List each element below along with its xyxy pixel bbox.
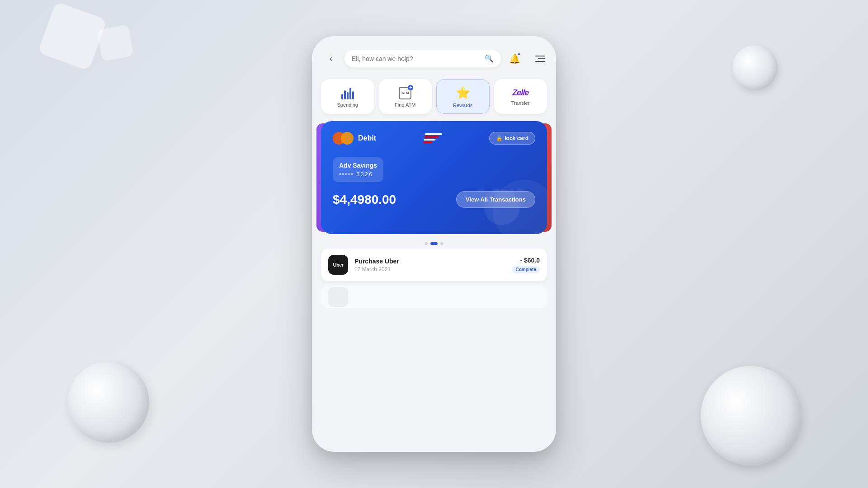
phone-frame: ‹ 🔍 🔔: [312, 36, 556, 452]
bg-decoration-1: [38, 1, 107, 71]
back-button[interactable]: ‹: [323, 51, 339, 67]
card-balance: $4,4980.00: [333, 192, 396, 207]
uber-logo-text: Uber: [333, 262, 343, 267]
lock-card-button[interactable]: 🔒 lock card: [489, 132, 535, 145]
menu-button[interactable]: [529, 51, 545, 67]
lock-icon: 🔒: [496, 135, 503, 141]
uber-logo: Uber: [328, 255, 348, 275]
back-icon: ‹: [330, 53, 333, 64]
card-bottom-row: $4,4980.00 View All Transactions: [333, 191, 535, 208]
find-atm-label: Find ATM: [395, 102, 415, 108]
transfer-label: Transfer: [511, 100, 530, 106]
card-account-info: Adv Savings ••••• 5326: [333, 157, 383, 182]
partial-logo: [328, 287, 348, 307]
card-account-number: ••••• 5326: [339, 171, 377, 178]
boa-icon: [423, 133, 442, 143]
transaction-right-uber: - $60.0 Complete: [512, 257, 540, 273]
card-type-row: Debit: [333, 132, 376, 145]
card-type-label: Debit: [358, 134, 376, 142]
rewards-label: Rewards: [453, 103, 472, 108]
search-input[interactable]: [352, 55, 481, 62]
card-carousel: Debit 🔒 lock card Adv Savings ••••• 5326: [312, 121, 556, 234]
view-all-transactions-button[interactable]: View All Transactions: [456, 191, 535, 208]
transaction-item-uber[interactable]: Uber Purchase Uber 17 March 2021 - $60.0…: [321, 249, 547, 281]
transaction-status-badge: Complete: [512, 266, 540, 273]
menu-line-1: [535, 56, 545, 56]
app-header: ‹ 🔍 🔔: [312, 36, 556, 75]
action-rewards[interactable]: ⭐ Rewards: [436, 79, 490, 114]
zelle-logo: Zelle: [512, 88, 528, 98]
transaction-item-partial: [321, 286, 547, 308]
action-spending[interactable]: Spending: [321, 79, 374, 114]
mastercard-icon: [333, 132, 354, 145]
atm-icon: ATM +: [399, 87, 411, 99]
bg-decoration-2: [97, 24, 133, 61]
search-icon: 🔍: [485, 54, 494, 63]
debit-card: Debit 🔒 lock card Adv Savings ••••• 5326: [321, 121, 547, 234]
card-account-name: Adv Savings: [339, 162, 377, 169]
transaction-amount: - $60.0: [520, 257, 540, 264]
transaction-date: 17 March 2021: [354, 266, 505, 272]
header-actions: 🔔: [506, 51, 545, 67]
bg-sphere-1: [68, 361, 149, 443]
menu-line-2: [538, 58, 545, 59]
transactions-section: Uber Purchase Uber 17 March 2021 - $60.0…: [312, 249, 556, 452]
transaction-name: Purchase Uber: [354, 258, 505, 265]
notification-dot: [517, 52, 521, 56]
bg-sphere-3: [732, 45, 778, 90]
card-top-row: Debit 🔒 lock card: [333, 132, 535, 145]
spending-icon: [341, 87, 354, 99]
action-find-atm[interactable]: ATM + Find ATM: [379, 79, 432, 114]
rewards-icon: ⭐: [456, 86, 470, 100]
action-transfer[interactable]: Zelle Transfer: [494, 79, 547, 114]
dot-1: [425, 242, 428, 245]
spending-label: Spending: [337, 102, 359, 108]
bg-sphere-2: [701, 366, 800, 465]
card-dots-indicator: [312, 239, 556, 249]
menu-line-3: [535, 61, 545, 62]
dot-2-active: [430, 242, 438, 245]
transaction-info-uber: Purchase Uber 17 March 2021: [354, 258, 505, 272]
notification-button[interactable]: 🔔: [506, 51, 523, 67]
dot-3: [440, 242, 443, 245]
lock-label: lock card: [505, 135, 528, 141]
quick-actions-grid: Spending ATM + Find ATM ⭐ Rewards Zelle …: [312, 75, 556, 121]
search-bar[interactable]: 🔍: [344, 50, 501, 67]
